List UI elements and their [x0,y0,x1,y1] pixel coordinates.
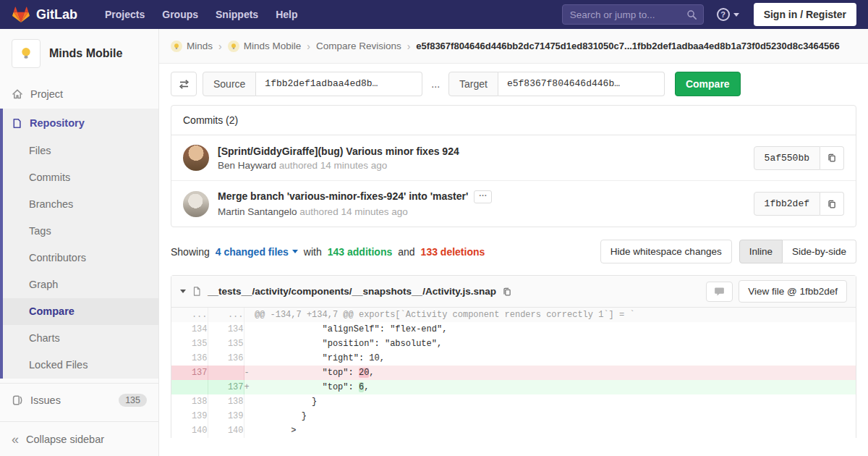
word-diff-highlight: 20 [359,368,369,378]
commit-author-name[interactable]: Ben Hayward [218,160,276,171]
nav-links: ProjectsGroupsSnippetsHelp [96,0,307,29]
sidebar-project-header[interactable]: Minds Mobile [0,29,158,80]
sidebar-item-repository[interactable]: Repository [3,109,158,138]
old-line-number[interactable]: 134 [171,322,208,337]
breadcrumb-item-minds[interactable]: Minds [171,41,213,52]
diff-file-panel: __tests__/activity/components/__snapshot… [171,275,856,438]
sidebar-item-branches[interactable]: Branches [3,191,158,218]
copy-sha-button[interactable] [820,192,844,216]
sidebar-item-label: Repository [30,117,85,129]
old-line-number[interactable]: 136 [171,351,208,366]
new-line-number[interactable]: 139 [208,409,244,423]
commit-author-name[interactable]: Martin Santangelo [218,206,297,217]
view-file-button[interactable]: View file @ 1fbb2def [739,280,847,303]
new-line-number[interactable]: 137 [208,380,244,394]
sign-in-button[interactable]: Sign in / Register [754,3,856,26]
view-mode-inline[interactable]: Inline [739,240,783,263]
new-line-number[interactable]: 138 [208,394,244,409]
new-line-number[interactable]: ... [208,308,244,322]
commit-sha[interactable]: 1fbb2def [754,192,820,216]
swap-revisions-button[interactable] [171,72,197,96]
compare-form: Source 1fbb2def1adbaa4ed8b… ... Target e… [171,72,856,96]
breadcrumb-label: Compare Revisions [316,41,401,51]
old-line-number[interactable]: 139 [171,409,208,423]
stats-mid: with [304,246,322,258]
breadcrumb-separator: › [218,41,222,52]
diff-file-path[interactable]: __tests__/activity/components/__snapshot… [208,286,496,297]
commit-sha[interactable]: 5af550bb [754,146,820,170]
new-line-number[interactable]: 136 [208,351,244,366]
old-line-number[interactable]: 138 [171,394,208,409]
commits-panel: Commits (2) [Sprint/GiddyGiraffe](bug) V… [171,105,856,227]
stats-conj: and [398,246,414,258]
commit-author-avatar[interactable] [183,145,209,171]
commit-sha-group: 5af550bb [754,146,844,170]
commit-author-avatar[interactable] [183,191,209,217]
nav-link-groups[interactable]: Groups [153,0,207,29]
copy-sha-button[interactable] [820,146,844,170]
commit-list: [Sprint/GiddyGiraffe](bug) Various minor… [171,135,856,227]
changed-files-dropdown[interactable]: 4 changed files [216,246,298,258]
old-line-number[interactable]: 135 [171,337,208,351]
new-line-number[interactable]: 135 [208,337,244,351]
project-avatar [12,39,41,68]
swap-icon [178,78,190,90]
nav-link-projects[interactable]: Projects [96,0,153,29]
old-line-number[interactable] [171,380,208,394]
commit-title-link[interactable]: [Sprint/GiddyGiraffe](bug) Various minor… [218,145,459,157]
old-line-number[interactable]: ... [171,308,208,322]
toggle-comments-button[interactable] [706,282,733,302]
home-icon [12,88,23,100]
target-ref-dropdown[interactable]: e5f8367f804646d446b… [498,72,665,96]
sidebar-item-locked-files[interactable]: Locked Files [3,352,158,379]
copy-icon [827,153,837,163]
view-mode-side-by-side[interactable]: Side-by-side [783,240,856,263]
old-line-number[interactable]: 140 [171,423,208,438]
sidebar-item-charts[interactable]: Charts [3,325,158,352]
sidebar-item-compare[interactable]: Compare [3,298,158,325]
repository-subitems: FilesCommitsBranchesTagsContributorsGrap… [3,138,158,379]
sidebar-item-files[interactable]: Files [3,138,158,164]
diff-line-match: ...... @@ -134,7 +134,7 @@ exports[`Acti… [171,308,856,322]
diff-line-content: @@ -134,7 +134,7 @@ exports[`Activity co… [244,308,856,322]
sidebar-item-commits[interactable]: Commits [3,164,158,191]
sidebar-item-graph[interactable]: Graph [3,271,158,298]
commit-title-link[interactable]: Merge branch 'various-minor-fixes-924' i… [218,190,468,202]
breadcrumb-item-compare-revisions[interactable]: Compare Revisions [316,41,401,51]
search-input[interactable]: Search or jump to... [562,4,704,25]
help-menu[interactable]: ? [717,8,739,21]
sidebar-item-project[interactable]: Project [0,80,158,109]
sidebar-item-contributors[interactable]: Contributors [3,245,158,271]
nav-link-snippets[interactable]: Snippets [207,0,267,29]
breadcrumb-item-minds-mobile[interactable]: Minds Mobile [228,41,302,52]
help-icon: ? [717,8,730,21]
new-line-number[interactable] [208,366,244,380]
collapse-diff-icon[interactable] [180,290,186,293]
collapse-sidebar-button[interactable]: « Collapse sidebar [0,421,158,456]
nav-link-help[interactable]: Help [267,0,306,29]
compare-button[interactable]: Compare [675,72,741,96]
document-icon [12,118,22,129]
diff-line-content: + "top": 6, [244,380,856,394]
sidebar-item-label: Project [30,88,63,100]
sidebar-item-issues[interactable]: Issues 135 [0,384,158,417]
diff-line-content: } [244,409,856,423]
gitlab-logo[interactable]: GitLab [12,5,77,24]
old-line-number[interactable]: 137 [171,366,208,380]
commit-info: Merge branch 'various-minor-fixes-924' i… [218,190,754,217]
commit-info: [Sprint/GiddyGiraffe](bug) Various minor… [218,145,754,171]
deletions-count: 133 deletions [421,246,485,258]
search-icon [686,9,697,20]
diff-line-add: 137+ "top": 6, [171,380,856,394]
diff-line-context: 134134 "alignSelf": "flex-end", [171,322,856,337]
source-ref-dropdown[interactable]: 1fbb2def1adbaa4ed8b… [256,72,422,96]
copy-icon[interactable] [502,287,512,297]
hide-whitespace-button[interactable]: Hide whitespace changes [600,240,732,263]
sidebar-item-tags[interactable]: Tags [3,218,158,245]
commit-row: Merge branch 'various-minor-fixes-924' i… [171,180,856,227]
new-line-number[interactable]: 134 [208,322,244,337]
diff-line-context: 139139 } [171,409,856,423]
lightbulb-icon [18,46,34,62]
commit-description-toggle[interactable]: ··· [474,190,492,203]
new-line-number[interactable]: 140 [208,423,244,438]
